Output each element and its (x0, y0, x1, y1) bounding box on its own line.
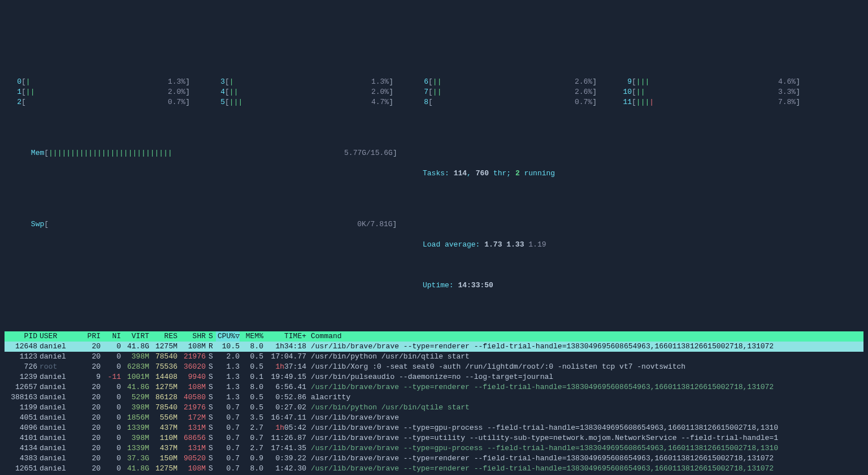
process-row[interactable]: 1239daniel9-111001M144089940S1.30.119:49… (5, 372, 863, 382)
cell-virt: 1856M (121, 413, 149, 423)
cell-mem: 0.5 (240, 403, 263, 413)
cell-ni: -11 (101, 372, 121, 382)
loadavg-label: Load average: (423, 240, 480, 249)
cell-command: /usr/lib/brave/brave (309, 413, 863, 423)
cell-shr: 131M (177, 423, 206, 433)
cell-shr: 36020 (177, 362, 206, 372)
cpu-core-pct: 2.0% (158, 87, 185, 97)
process-table[interactable]: PIDUSERPRINIVIRTRESSHRSCPU%▽MEM%TIME+Com… (5, 331, 863, 475)
swap-value: 0K/7.81G (357, 220, 392, 228)
cell-res: 437M (149, 423, 177, 433)
cell-cpu: 2.0 (216, 352, 240, 362)
cpu-core-label: 8 (411, 97, 428, 107)
process-row[interactable]: 12648daniel20041.8G1275M108MR10.58.01h34… (5, 342, 863, 352)
table-header[interactable]: PIDUSERPRINIVIRTRESSHRSCPU%▽MEM%TIME+Com… (5, 331, 863, 342)
cell-res: 1275M (149, 382, 177, 392)
process-row[interactable]: 4051daniel2001856M556M172MS0.73.516:47.1… (5, 413, 863, 423)
cell-time: 0:27.02 (263, 403, 309, 413)
cell-pid: 12648 (5, 342, 40, 352)
cell-user: daniel (40, 413, 80, 423)
cell-mem: 2.7 (240, 423, 263, 433)
uptime-row: Uptime: 14:33:50 (5, 270, 863, 280)
cell-cpu: 0.7 (216, 433, 240, 443)
cell-ni: 0 (101, 362, 121, 372)
process-row[interactable]: 12657daniel20041.8G1275M108MS1.38.06:56.… (5, 382, 863, 392)
cell-state: R (206, 342, 216, 352)
column-header[interactable]: RES (149, 331, 177, 342)
column-header[interactable]: CPU%▽ (216, 331, 240, 342)
cell-mem: 0.5 (240, 362, 263, 372)
cell-cpu: 1.3 (216, 372, 240, 382)
uptime-value: 14:33:50 (458, 281, 493, 290)
cell-virt: 398M (121, 403, 149, 413)
cell-res: 110M (149, 433, 177, 443)
cell-virt: 41.8G (121, 342, 149, 352)
cell-ni: 0 (101, 392, 121, 403)
cell-time: 1:42.30 (263, 464, 309, 474)
process-row[interactable]: 4101daniel200398M110M68656S0.70.711:26.8… (5, 433, 863, 443)
cell-state: S (206, 423, 216, 433)
column-header[interactable]: USER (40, 331, 80, 342)
column-header[interactable]: VIRT (121, 331, 149, 342)
cell-ni: 0 (101, 454, 121, 464)
cell-time: 6:56.41 (263, 382, 309, 392)
cpu-core-pct: 0.7% (565, 97, 592, 107)
column-header[interactable]: SHR (177, 331, 206, 342)
cell-user: daniel (40, 443, 80, 454)
cell-pri: 20 (80, 352, 101, 362)
process-row[interactable]: 1199daniel200398M7854021976S0.70.50:27.0… (5, 403, 863, 413)
cell-ni: 0 (101, 352, 121, 362)
column-header[interactable]: PRI (80, 331, 101, 342)
cpu-core-pct: 1.3% (362, 77, 389, 87)
cell-res: 1275M (149, 342, 177, 352)
cell-pri: 20 (80, 392, 101, 403)
cell-state: S (206, 443, 216, 454)
process-row[interactable]: 4383daniel20037.3G150M90520S0.70.90:39.2… (5, 454, 863, 464)
process-row[interactable]: 12651daniel20041.8G1275M108MS0.78.01:42.… (5, 464, 863, 474)
cell-shr: 68656 (177, 433, 206, 443)
cell-virt: 37.3G (121, 454, 149, 464)
cell-res: 75536 (149, 362, 177, 372)
column-header[interactable]: TIME+ (263, 331, 309, 342)
process-row[interactable]: 4134daniel2001339M437M131MS0.72.717:41.3… (5, 443, 863, 454)
cell-pri: 20 (80, 342, 101, 352)
cell-time: 11:26.87 (263, 433, 309, 443)
column-header[interactable]: S (206, 331, 216, 342)
cell-pri: 20 (80, 454, 101, 464)
cell-res: 14408 (149, 372, 177, 382)
cpu-core-pct: 4.7% (362, 97, 389, 107)
cell-state: S (206, 362, 216, 372)
column-header[interactable]: PID (5, 331, 40, 342)
column-header[interactable]: Command (309, 331, 863, 342)
process-row[interactable]: 726root2006283M7553636020S1.30.51h37:14/… (5, 362, 863, 372)
cpu-core-pct: 1.3% (158, 77, 185, 87)
cell-user: daniel (40, 392, 80, 403)
cell-cpu: 1.3 (216, 362, 240, 372)
cell-pid: 1123 (5, 352, 40, 362)
cell-shr: 21976 (177, 403, 206, 413)
cell-pri: 20 (80, 443, 101, 454)
cell-virt: 398M (121, 352, 149, 362)
cell-command: /usr/lib/brave/brave --type=renderer --f… (309, 464, 863, 474)
cpu-core-label: 2 (5, 97, 21, 107)
column-header[interactable]: MEM% (240, 331, 263, 342)
cell-pid: 4101 (5, 433, 40, 443)
cell-shr: 172M (177, 413, 206, 423)
cell-shr: 9940 (177, 372, 206, 382)
cell-command: /usr/bin/python /usr/bin/qtile start (309, 403, 863, 413)
cell-state: S (206, 433, 216, 443)
cell-command: /usr/lib/brave/brave --type=gpu-process … (309, 443, 863, 454)
cell-mem: 2.7 (240, 443, 263, 454)
process-row[interactable]: 388163daniel200529M8612840580S1.30.50:52… (5, 392, 863, 403)
cell-virt: 6283M (121, 362, 149, 372)
cpu-core-label: 0 (5, 77, 21, 87)
cell-state: S (206, 392, 216, 403)
cpu-core-label: 3 (208, 77, 225, 87)
process-row[interactable]: 1123daniel200398M7854021976S2.00.517:04.… (5, 352, 863, 362)
cell-virt: 1339M (121, 423, 149, 433)
process-row[interactable]: 4096daniel2001339M437M131MS0.72.71h05:42… (5, 423, 863, 433)
cell-user: daniel (40, 382, 80, 392)
cell-res: 437M (149, 443, 177, 454)
column-header[interactable]: NI (101, 331, 121, 342)
cell-pid: 4096 (5, 423, 40, 433)
